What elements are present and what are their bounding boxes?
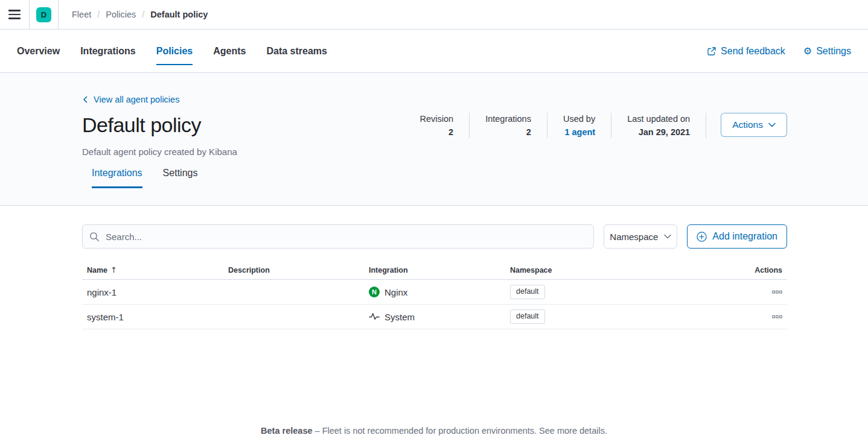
policy-subtabs: Integrations Settings <box>82 168 787 188</box>
search-field-wrap <box>82 224 594 249</box>
tab-agents[interactable]: Agents <box>213 43 246 59</box>
integrations-panel: Namespace Add integration Name ↑ Descrip… <box>0 206 868 329</box>
integration-name: Nginx <box>385 287 407 297</box>
cell-name: nginx-1 <box>82 287 223 297</box>
breadcrumb-separator: / <box>142 10 144 19</box>
stat-label: Used by <box>563 114 595 124</box>
cell-integration: N Nginx <box>364 287 505 297</box>
tab-policies[interactable]: Policies <box>156 43 193 59</box>
stat-label: Integrations <box>485 114 531 124</box>
stat-integrations: Integrations 2 <box>470 113 547 138</box>
cell-actions <box>747 287 787 297</box>
integration-name: System <box>385 312 415 322</box>
send-feedback-link[interactable]: Send feedback <box>707 46 785 57</box>
policy-stats: Revision 2 Integrations 2 Used by 1 agen… <box>404 113 787 138</box>
hamburger-icon <box>8 10 21 19</box>
column-header-namespace: Namespace <box>505 266 747 274</box>
beta-badge: Beta release <box>261 426 312 436</box>
namespace-filter-label: Namespace <box>610 232 658 242</box>
search-icon <box>89 232 100 242</box>
cell-actions <box>747 312 787 322</box>
tab-data-streams[interactable]: Data streams <box>266 43 327 59</box>
top-chrome-bar: D Fleet / Policies / Default policy <box>0 0 868 30</box>
svg-text:N: N <box>372 288 377 296</box>
system-icon <box>369 311 380 322</box>
nginx-icon: N <box>369 287 380 297</box>
cell-namespace: default <box>505 309 747 324</box>
cell-name: system-1 <box>82 312 223 322</box>
cell-integration: System <box>364 311 505 322</box>
space-logo-cell[interactable]: D <box>30 0 59 29</box>
column-header-actions: Actions <box>747 266 787 274</box>
column-header-name[interactable]: Name ↑ <box>82 265 223 274</box>
namespace-filter-button[interactable]: Namespace <box>604 224 677 249</box>
row-actions-button[interactable] <box>772 287 782 297</box>
table-header-row: Name ↑ Description Integration Namespace… <box>82 265 787 280</box>
column-header-description: Description <box>223 266 364 274</box>
settings-label: Settings <box>816 46 851 57</box>
stat-value: 2 <box>485 127 531 137</box>
breadcrumb-item-current: Default policy <box>150 10 208 19</box>
space-avatar: D <box>36 7 51 22</box>
view-all-policies-link[interactable]: View all agent policies <box>82 95 179 104</box>
beta-text[interactable]: – Fleet is not recommended for productio… <box>313 426 607 436</box>
namespace-badge: default <box>510 285 545 299</box>
used-by-agents-link[interactable]: 1 agent <box>563 127 595 137</box>
add-integration-button[interactable]: Add integration <box>687 224 787 249</box>
boxes-horizontal-icon <box>772 287 782 297</box>
back-link-label: View all agent policies <box>94 95 179 104</box>
title-block: Default policy <box>82 113 201 138</box>
stat-used-by: Used by 1 agent <box>547 113 611 138</box>
fleet-app-tabs: Overview Integrations Policies Agents Da… <box>0 30 868 72</box>
breadcrumb: Fleet / Policies / Default policy <box>59 0 208 29</box>
table-toolbar: Namespace Add integration <box>82 224 787 249</box>
hamburger-menu-button[interactable] <box>0 0 30 29</box>
breadcrumb-item-fleet[interactable]: Fleet <box>72 10 91 19</box>
subtab-integrations[interactable]: Integrations <box>92 168 142 188</box>
actions-button[interactable]: Actions <box>721 113 787 137</box>
page-title: Default policy <box>82 113 201 138</box>
policy-header: View all agent policies Default policy R… <box>0 72 868 206</box>
stat-revision: Revision 2 <box>404 113 470 138</box>
table-row: nginx-1 N Nginx default <box>82 280 787 305</box>
tab-overview[interactable]: Overview <box>17 43 60 59</box>
cell-namespace: default <box>505 285 747 299</box>
chevron-down-icon <box>664 234 671 239</box>
sort-ascending-icon: ↑ <box>110 265 117 274</box>
stat-label: Last updated on <box>627 114 690 124</box>
subtab-settings[interactable]: Settings <box>163 168 198 188</box>
external-link-icon <box>707 46 716 56</box>
column-header-integration: Integration <box>364 266 505 274</box>
chevron-left-icon <box>82 96 89 103</box>
integrations-table: Name ↑ Description Integration Namespace… <box>82 265 787 329</box>
breadcrumb-separator: / <box>97 10 100 19</box>
settings-link[interactable]: ⚙ Settings <box>803 46 851 57</box>
stat-last-updated: Last updated on Jan 29, 2021 <box>611 113 706 138</box>
stat-value: Jan 29, 2021 <box>627 127 690 137</box>
app-tab-list: Overview Integrations Policies Agents Da… <box>17 43 327 59</box>
stat-label: Revision <box>420 114 454 124</box>
stat-value: 2 <box>420 127 454 137</box>
policy-description: Default agent policy created by Kibana <box>82 147 787 157</box>
chevron-down-icon <box>768 122 776 127</box>
gear-icon: ⚙ <box>803 46 812 56</box>
beta-release-notice: Beta release – Fleet is not recommended … <box>0 426 868 436</box>
boxes-horizontal-icon <box>772 312 782 322</box>
header-actions: Send feedback ⚙ Settings <box>707 46 851 57</box>
tab-integrations[interactable]: Integrations <box>80 43 136 59</box>
namespace-badge: default <box>510 309 545 324</box>
plus-circle-icon <box>697 232 707 242</box>
add-integration-label: Add integration <box>712 231 777 242</box>
breadcrumb-item-policies[interactable]: Policies <box>106 10 136 19</box>
table-row: system-1 System default <box>82 305 787 329</box>
search-input[interactable] <box>82 224 594 249</box>
send-feedback-label: Send feedback <box>721 46 785 57</box>
row-actions-button[interactable] <box>772 312 782 322</box>
actions-button-label: Actions <box>732 119 763 130</box>
